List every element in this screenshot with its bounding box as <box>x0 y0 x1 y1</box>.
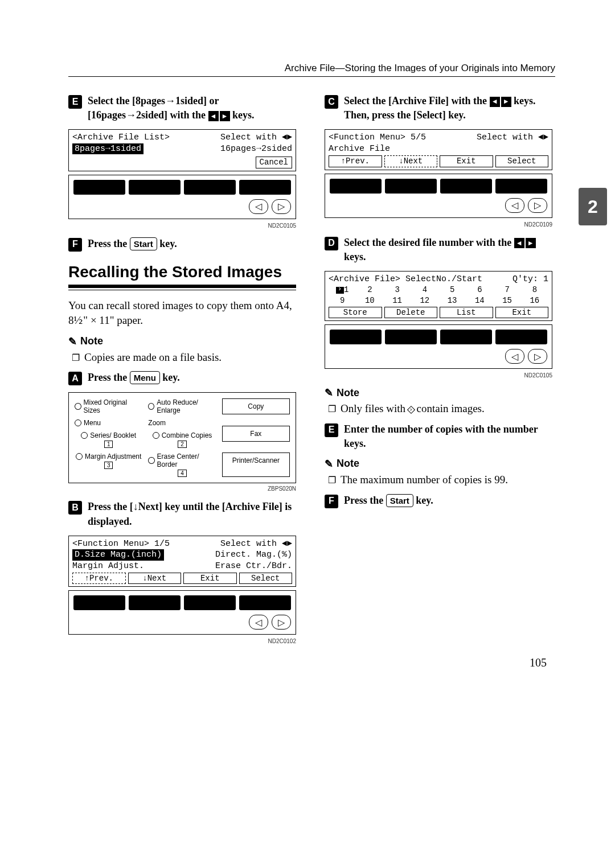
right-arrow-button[interactable]: ▷ <box>272 615 291 630</box>
left-arrow-button[interactable]: ◁ <box>249 615 268 630</box>
next-key: [↓Next] <box>130 501 162 512</box>
soft-key[interactable] <box>385 179 437 194</box>
option-1: [8pages→1sided] <box>132 95 207 106</box>
lcd-hint: Select with <box>220 133 277 142</box>
soft-key[interactable] <box>330 179 382 194</box>
exit-button[interactable]: Exit <box>440 155 493 167</box>
lcd-selected: D.Size Mag.(inch) <box>72 549 164 561</box>
step-number-icon: F <box>325 495 338 508</box>
soft-key[interactable] <box>440 330 492 344</box>
text: with the <box>452 95 490 106</box>
soft-key[interactable] <box>73 180 125 195</box>
soft-key[interactable] <box>184 595 236 610</box>
exit-button[interactable]: Exit <box>183 573 237 584</box>
soft-key[interactable] <box>129 180 181 195</box>
prev-button[interactable]: ↑Prev. <box>72 573 126 584</box>
step-number-icon: E <box>325 423 338 437</box>
select-label: [Select] <box>413 109 446 121</box>
label: Zoom <box>148 419 166 427</box>
label: Series/ Booklet <box>90 431 136 439</box>
lcd-option: 16pages→2sided <box>220 143 292 155</box>
text: Press the <box>88 238 130 249</box>
left-column: E Select the [8pages→1sided] or [16pages… <box>68 94 296 652</box>
start-key: Start <box>130 237 157 250</box>
step-2: B Press the [↓Next] key until the [Archi… <box>68 500 296 528</box>
list-button[interactable]: List <box>440 307 493 318</box>
select-button[interactable]: Select <box>239 573 293 584</box>
left-arrow-button[interactable]: ◁ <box>505 349 524 364</box>
label: Erase Center/ Border <box>157 452 216 468</box>
text: key. <box>159 238 177 249</box>
lcd-archive-file-select: <Archive File> SelectNo./Start Q'ty: 1 1… <box>325 271 552 321</box>
left-right-keys-icon: ◄► <box>514 238 536 248</box>
num-tag: 3 <box>104 462 113 469</box>
num-tag: 4 <box>178 470 187 477</box>
select-button[interactable]: Select <box>495 155 549 167</box>
copy-mode-button[interactable]: Copy <box>222 398 290 414</box>
archive-file-label: [Archive File] <box>222 501 282 512</box>
soft-key[interactable] <box>440 179 492 194</box>
exit-button[interactable]: Exit <box>495 307 549 318</box>
lcd-title: <Archive File List> <box>72 132 170 143</box>
right-column: C Select the [Archive File] with the ◄► … <box>325 94 552 652</box>
lcd-archive-file-list: <Archive File List> Select with ◄► 8page… <box>68 129 296 171</box>
step-number-icon: D <box>325 237 338 250</box>
right-arrow-button[interactable]: ▷ <box>528 349 547 364</box>
figure-code: ND2C0105 <box>68 223 296 229</box>
num-tag: 1 <box>104 441 113 448</box>
text: keys. <box>344 251 366 262</box>
radio-icon <box>75 403 81 410</box>
right-arrow-button[interactable]: ▷ <box>528 198 547 213</box>
file-row-1: 1 234 5678 <box>329 285 548 295</box>
soft-key[interactable] <box>385 330 437 344</box>
lcd-function-menu-1: <Function Menu> 1/5 Select with ◄► D.Siz… <box>68 536 296 587</box>
label: Menu <box>84 419 101 427</box>
step-5-left: E Select the [8pages→1sided] or [16pages… <box>68 94 296 122</box>
left-right-keys-icon: ◄► <box>490 97 511 107</box>
note-item: Copies are made on a file basis. <box>72 350 296 365</box>
note-heading: Note <box>68 335 296 348</box>
soft-key[interactable] <box>73 595 125 610</box>
step-4: D Select the desired file number with th… <box>325 236 552 264</box>
control-panel: ◁ ▷ <box>325 174 552 218</box>
next-button[interactable]: ↓Next <box>128 573 182 584</box>
num-tag: 2 <box>178 441 187 448</box>
label: Mixed Original Sizes <box>84 398 143 414</box>
step-6-right: F Press the Start key. <box>325 493 552 508</box>
cancel-button[interactable]: Cancel <box>256 157 292 168</box>
prev-button[interactable]: ↑Prev. <box>329 155 382 167</box>
next-button[interactable]: ↓Next <box>384 155 438 167</box>
note-heading: Note <box>325 386 552 399</box>
note-item: Only files with contain images. <box>328 401 552 417</box>
note-item: The maximum number of copies is 99. <box>328 472 552 488</box>
soft-key[interactable] <box>129 595 181 610</box>
menu-key: Menu <box>130 371 160 384</box>
menu-key-panel: Mixed Original Sizes Auto Reduce/ Enlarg… <box>68 392 296 483</box>
soft-key[interactable] <box>330 330 382 344</box>
right-arrow-button[interactable]: ▷ <box>272 199 291 214</box>
text: with the <box>170 109 208 121</box>
control-panel: ◁ ▷ <box>68 590 296 635</box>
label: Margin Adjustment <box>85 452 141 460</box>
step-1: A Press the Menu key. <box>68 371 296 385</box>
soft-key[interactable] <box>495 330 547 344</box>
store-button[interactable]: Store <box>329 307 382 318</box>
soft-key[interactable] <box>495 179 547 194</box>
running-header: Archive File—Storing the Images of your … <box>68 63 555 77</box>
fax-mode-button[interactable]: Fax <box>222 426 290 442</box>
soft-key[interactable] <box>184 180 236 195</box>
chapter-tab: 2 <box>579 188 607 225</box>
text: key. <box>416 495 433 506</box>
delete-button[interactable]: Delete <box>384 307 438 318</box>
lcd-title: <Function Menu> 5/5 <box>329 132 426 143</box>
lcd-item: Erase Ctr./Bdr. <box>215 561 292 572</box>
left-arrow-button[interactable]: ◁ <box>505 198 524 213</box>
text: or <box>209 95 219 106</box>
printer-scanner-button[interactable]: Printer/Scanner <box>222 452 290 477</box>
soft-key[interactable] <box>239 180 291 195</box>
left-arrow-button[interactable]: ◁ <box>249 199 268 214</box>
soft-key[interactable] <box>239 595 291 610</box>
lcd-hint: Select with <box>220 539 277 549</box>
figure-code: ND2C0102 <box>68 638 296 644</box>
intro-text: You can recall stored images to copy the… <box>68 298 296 328</box>
